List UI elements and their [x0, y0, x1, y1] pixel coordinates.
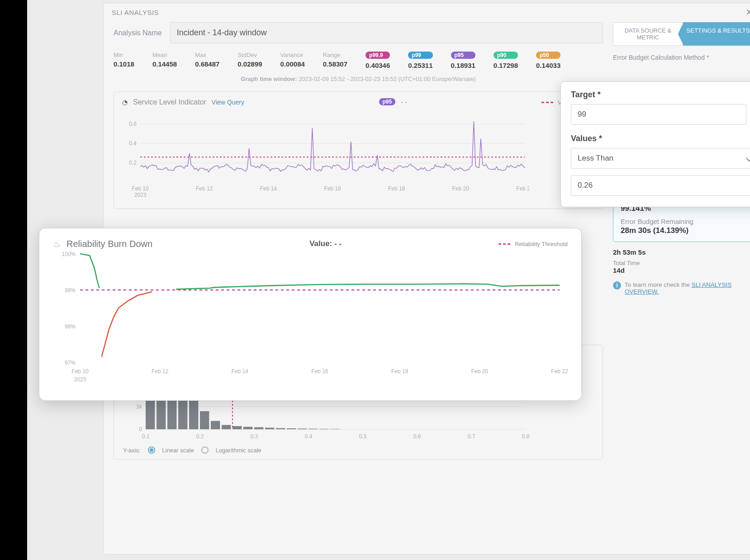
svg-text:Feb 20: Feb 20 [452, 185, 470, 192]
percentile-pill: p90 [494, 52, 518, 59]
stat-value: 0.1018 [114, 60, 134, 68]
log-scale-radio[interactable] [201, 446, 209, 454]
threshold-legend-icon [498, 243, 510, 245]
percentile-item: p99.90.40346 [366, 52, 390, 69]
svg-text:Feb 14: Feb 14 [232, 368, 249, 375]
target-input[interactable] [571, 104, 746, 125]
percentile-value: 0.25311 [408, 62, 432, 69]
tab-data-source[interactable]: DATA SOURCE & METRIC [613, 22, 683, 46]
stat-value: 0.58307 [323, 60, 347, 68]
percentile-item: p950.18931 [451, 52, 475, 69]
dialog-title: SLI ANALYSIS [112, 9, 159, 16]
reliability-chart: 97%98%99%100%Feb 102023Feb 12Feb 14Feb 1… [53, 249, 569, 385]
svg-text:0.5: 0.5 [359, 433, 367, 440]
svg-text:0.6: 0.6 [413, 433, 421, 440]
svg-text:99%: 99% [65, 287, 76, 294]
svg-text:Feb 10: Feb 10 [132, 185, 149, 192]
percentile-item: p500.14033 [536, 52, 560, 69]
svg-rect-39 [319, 429, 328, 429]
stat-key: Range [323, 52, 347, 58]
svg-text:0.1: 0.1 [142, 433, 150, 440]
stat-value: 0.68487 [195, 60, 219, 68]
threshold-input[interactable] [571, 175, 750, 196]
svg-rect-30 [222, 425, 231, 430]
svg-text:0.7: 0.7 [468, 433, 475, 440]
reliability-burndown-card: ♨ Reliability Burn Down Value: - - Relia… [39, 228, 582, 401]
stat-key: Mean [152, 52, 177, 58]
svg-text:Feb 14: Feb 14 [260, 185, 277, 192]
stat-item: Mean0.14458 [152, 52, 177, 69]
threshold-legend-icon [541, 102, 553, 103]
reliability-title: Reliability Burn Down [66, 239, 152, 249]
svg-text:Feb 10: Feb 10 [71, 368, 89, 375]
linear-scale-radio[interactable] [148, 446, 155, 454]
svg-text:0.6: 0.6 [129, 121, 137, 127]
percentile-pill: p50 [536, 52, 560, 59]
stat-key: Variance [280, 52, 305, 58]
svg-text:Feb 18: Feb 18 [391, 368, 408, 375]
stat-key: StdDev [237, 52, 262, 58]
flame-icon: ♨ [53, 238, 61, 249]
svg-text:Feb 16: Feb 16 [324, 185, 341, 192]
svg-rect-28 [200, 411, 209, 429]
svg-text:0.4: 0.4 [305, 433, 313, 440]
p95-badge: p95 [379, 98, 396, 105]
stat-item: Range0.58307 [323, 52, 347, 69]
reliability-value-label: Value: - - [309, 239, 342, 248]
svg-text:0: 0 [139, 426, 142, 432]
svg-rect-32 [243, 427, 252, 430]
sli-chart-title: Service Level Indicator [133, 98, 206, 106]
stat-item: StdDev0.02899 [237, 52, 262, 69]
percentile-item: p990.25311 [408, 52, 432, 69]
time-window-value: 2023-02-09 15:52 - 2023-02-23 15:52 (UTC… [299, 76, 476, 82]
svg-text:0.2: 0.2 [196, 433, 204, 440]
svg-text:Feb 12: Feb 12 [196, 185, 213, 192]
svg-text:0.3: 0.3 [251, 433, 258, 440]
sli-chart: 0.20.40.6Feb 102023Feb 12Feb 14Feb 16Feb… [122, 110, 529, 200]
percentile-value: 0.17298 [494, 62, 518, 69]
stat-value: 0.02899 [237, 60, 262, 68]
stat-value: 0.00084 [280, 60, 305, 68]
percentile-value: 0.18931 [451, 62, 475, 69]
close-icon[interactable]: ✕ [745, 8, 750, 17]
svg-text:Feb 16: Feb 16 [311, 368, 328, 375]
svg-text:Feb 20: Feb 20 [471, 368, 489, 375]
view-query-link[interactable]: View Query [212, 99, 244, 106]
percentile-pill: p95 [451, 52, 475, 59]
tab-settings-results[interactable]: SETTINGS & RESULTS [683, 22, 750, 46]
svg-rect-29 [211, 421, 220, 430]
svg-rect-38 [309, 429, 318, 429]
sli-chart-card: ◔ Service Level Indicator View Query p95… [114, 91, 603, 209]
percentile-value: 0.40346 [366, 62, 390, 69]
stat-key: Max [195, 52, 219, 58]
svg-text:0.8: 0.8 [522, 433, 530, 440]
analysis-name-input[interactable] [170, 22, 603, 43]
svg-text:2023: 2023 [134, 192, 147, 198]
svg-text:98%: 98% [65, 323, 76, 330]
svg-rect-31 [233, 426, 242, 429]
stat-key: Min [114, 52, 134, 58]
total-time-label: Total Time [613, 260, 750, 266]
operator-select[interactable]: Less Than [571, 148, 750, 169]
bad-time-value: 2h 53m 5s [613, 248, 750, 256]
svg-rect-36 [287, 428, 296, 429]
settings-tabs: DATA SOURCE & METRIC SETTINGS & RESULTS [613, 22, 750, 46]
stat-value: 0.14458 [152, 60, 177, 68]
p95-badge-value: - - [401, 99, 407, 106]
percentile-value: 0.14033 [536, 62, 560, 69]
values-label: Values * [571, 134, 750, 143]
svg-text:97%: 97% [65, 360, 76, 366]
svg-rect-35 [276, 428, 285, 430]
svg-rect-40 [330, 429, 339, 429]
percentile-pill: p99 [408, 52, 432, 59]
svg-text:1k: 1k [136, 403, 142, 410]
percentile-item: p900.17298 [494, 52, 518, 69]
total-time-value: 14d [613, 266, 750, 274]
percentile-pill: p99.9 [366, 52, 390, 59]
svg-text:0.4: 0.4 [129, 140, 137, 147]
stat-item: Variance0.00084 [280, 52, 305, 69]
info-icon: i [613, 281, 621, 289]
operator-value: Less Than [578, 154, 613, 163]
target-label: Target * [571, 90, 750, 100]
learn-more-text: To learn more check the [625, 281, 690, 288]
